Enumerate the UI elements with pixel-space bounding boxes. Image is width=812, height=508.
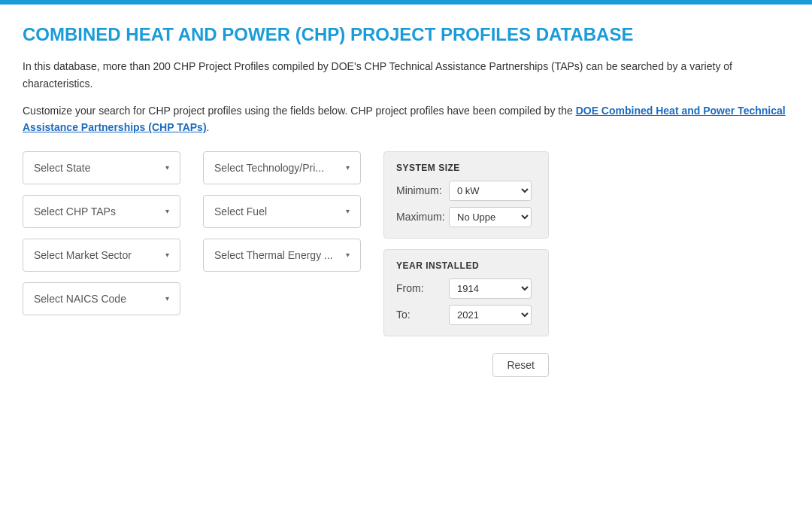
reset-container: Reset <box>383 347 549 377</box>
reset-button[interactable]: Reset <box>492 353 549 377</box>
select-technology-button[interactable]: Select Technology/Pri... ▾ <box>203 151 361 184</box>
maximum-select[interactable]: No Uppe 100 kW 500 kW 1 MW 5 MW 10 MW <box>449 207 532 227</box>
year-installed-title: YEAR INSTALLED <box>396 260 536 271</box>
right-col-inner: SYSTEM SIZE Minimum: 0 kW 100 kW 500 kW … <box>383 151 549 377</box>
year-to-select[interactable]: 2021 2020 2019 2018 2015 2010 2005 2000 <box>449 305 532 325</box>
chevron-down-icon: ▾ <box>346 163 350 172</box>
select-naics-code-button[interactable]: Select NAICS Code ▾ <box>23 282 180 315</box>
right-column: SYSTEM SIZE Minimum: 0 kW 100 kW 500 kW … <box>383 151 549 377</box>
mid-column: Select Technology/Pri... ▾ Select Fuel ▾… <box>203 151 368 272</box>
chevron-down-icon: ▾ <box>346 251 350 259</box>
maximum-label: Maximum: <box>396 211 449 223</box>
select-state-button[interactable]: Select State ▾ <box>23 151 180 184</box>
chevron-down-icon: ▾ <box>165 251 169 259</box>
system-size-title: SYSTEM SIZE <box>396 163 536 173</box>
system-size-minimum-row: Minimum: 0 kW 100 kW 500 kW 1 MW 5 MW <box>396 181 536 201</box>
select-chp-taps-button[interactable]: Select CHP TAPs ▾ <box>23 195 180 228</box>
year-to-row: To: 2021 2020 2019 2018 2015 2010 2005 2… <box>396 305 536 325</box>
chevron-down-icon: ▾ <box>165 207 169 215</box>
from-label: From: <box>396 282 449 294</box>
description-para1: In this database, more than 200 CHP Proj… <box>23 58 789 92</box>
system-size-box: SYSTEM SIZE Minimum: 0 kW 100 kW 500 kW … <box>383 151 549 239</box>
main-container: COMBINED HEAT AND POWER (CHP) PROJECT PR… <box>8 5 804 395</box>
system-size-maximum-row: Maximum: No Uppe 100 kW 500 kW 1 MW 5 MW… <box>396 207 536 227</box>
description-para2: Customize your search for CHP project pr… <box>23 102 789 136</box>
minimum-label: Minimum: <box>396 184 449 196</box>
year-from-row: From: 1914 1920 1930 1940 1950 1960 1970… <box>396 278 536 299</box>
left-column: Select State ▾ Select CHP TAPs ▾ Select … <box>23 151 188 315</box>
to-label: To: <box>396 309 449 321</box>
chevron-down-icon: ▾ <box>165 163 169 172</box>
select-market-sector-button[interactable]: Select Market Sector ▾ <box>23 239 180 272</box>
chevron-down-icon: ▾ <box>346 207 350 215</box>
minimum-select[interactable]: 0 kW 100 kW 500 kW 1 MW 5 MW <box>449 181 532 201</box>
select-fuel-button[interactable]: Select Fuel ▾ <box>203 195 361 228</box>
year-installed-box: YEAR INSTALLED From: 1914 1920 1930 1940… <box>383 249 549 336</box>
search-area: Select State ▾ Select CHP TAPs ▾ Select … <box>23 151 789 377</box>
page-title: COMBINED HEAT AND POWER (CHP) PROJECT PR… <box>23 23 789 46</box>
chevron-down-icon: ▾ <box>165 294 169 303</box>
select-thermal-energy-button[interactable]: Select Thermal Energy ... ▾ <box>203 239 361 272</box>
year-from-select[interactable]: 1914 1920 1930 1940 1950 1960 1970 1980 … <box>449 278 532 299</box>
